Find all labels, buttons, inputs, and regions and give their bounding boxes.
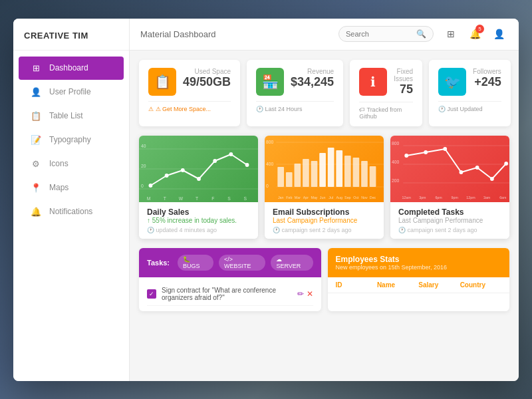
daily-sales-sub: ↑ 55% increase in today sales. [147,217,250,224]
svg-text:20: 20 [141,163,146,168]
svg-rect-32 [328,148,334,187]
sidebar-label-table-list: Table List [49,111,83,120]
stat-cards-row: 📋 Used Space 49/50GB ⚠ ⚠ Get More Space.… [139,60,509,126]
sidebar-item-maps[interactable]: 📍 Maps [19,176,124,200]
stat-card-top-2: ℹ Fixed Issues 75 [359,68,413,96]
svg-text:Nov: Nov [361,195,368,199]
svg-text:Sep: Sep [344,195,350,199]
svg-rect-35 [353,158,360,187]
stat-value-1: $34,245 [291,75,334,89]
content-area: 📋 Used Space 49/50GB ⚠ ⚠ Get More Space.… [130,51,519,381]
svg-rect-28 [295,164,301,187]
svg-point-12 [245,163,249,167]
topbar-icons: ⊞ 🔔 5 👤 [442,25,508,43]
tasks-header: Tasks: 🐛 BUGS </> WEBSITE ☁ SERVER [139,248,321,277]
svg-text:400: 400 [266,161,273,166]
emp-col-country: Country [460,281,501,289]
notification-badge: 5 [475,25,484,33]
svg-text:40: 40 [141,143,146,148]
svg-text:3pm: 3pm [419,195,426,199]
svg-text:0: 0 [266,183,269,188]
task-actions: ✏ ✕ [297,289,313,299]
stat-value-3: +245 [473,75,501,89]
svg-text:3am: 3am [483,195,491,199]
notification-button[interactable]: 🔔 5 [466,25,484,43]
task-checkbox[interactable]: ✓ [147,289,156,299]
svg-text:M: M [147,196,151,200]
task-edit-button[interactable]: ✏ [297,289,304,299]
green-line-chart: 40 20 0 [139,136,258,202]
svg-rect-29 [303,159,309,187]
svg-point-11 [229,152,233,156]
orange-bar-chart: 800 400 0 [265,136,384,202]
svg-rect-31 [319,153,326,187]
sidebar-icon-table-list: 📋 [29,111,43,121]
daily-sales-title: Daily Sales [147,207,250,217]
sidebar-nav: ⊞ Dashboard👤 User Profile📋 Table List📝 T… [13,51,129,381]
sidebar-label-typography: Typography [49,135,91,144]
sidebar-item-icons[interactable]: ⚙ Icons [19,152,124,176]
svg-text:T: T [196,196,199,200]
task-delete-button[interactable]: ✕ [307,289,313,299]
search-box[interactable]: 🔍 [338,26,434,42]
svg-text:May: May [311,195,317,199]
svg-point-59 [460,170,464,174]
email-sub-time: 🕐 campaign sent 2 days ago [273,227,376,233]
svg-text:12pm: 12pm [466,195,475,199]
employees-sub: New employees on 15th September, 2016 [336,264,502,271]
stat-info-1: Revenue $34,245 [291,68,334,89]
sidebar-icon-user-profile: 👤 [29,87,43,97]
stat-label-3: Followers [473,68,501,75]
sidebar-item-notifications[interactable]: 🔔 Notifications [19,200,124,223]
svg-rect-34 [344,156,351,187]
sidebar-label-notifications: Notifications [49,207,92,216]
svg-rect-36 [361,161,368,187]
sidebar-item-user-profile[interactable]: 👤 User Profile [19,80,124,104]
website-tag[interactable]: </> WEBSITE [219,255,265,271]
svg-point-62 [504,162,508,166]
red-line-chart: 800 400 200 [390,136,509,202]
emp-col-salary: Salary [418,281,460,289]
stat-card-top-3: 🐦 Followers +245 [438,68,501,96]
user-menu-button[interactable]: 👤 [489,25,508,43]
bugs-tag[interactable]: 🐛 BUGS [178,255,213,271]
sidebar-item-table-list[interactable]: 📋 Table List [19,104,124,128]
completed-tasks-sub: Last Campaign Performance [398,217,501,224]
stat-card-2: ℹ Fixed Issues 75 🏷 Tracked from Github [350,60,422,126]
svg-rect-37 [370,166,376,187]
email-sub-title: Email Subscriptions [273,207,376,217]
sidebar-icon-dashboard: ⊞ [29,63,43,73]
svg-text:Jun: Jun [320,195,326,199]
emp-col-name: Name [377,281,418,289]
svg-text:6am: 6am [499,195,507,199]
completed-tasks-footer: Completed Tasks Last Campaign Performanc… [390,202,509,239]
svg-rect-26 [277,167,284,187]
stat-footer-text-0: ⚠ ⚠ Get More Space... [148,106,211,112]
svg-point-6 [149,184,153,188]
stat-label-1: Revenue [291,68,334,75]
stat-footer-2: 🏷 Tracked from Github [359,102,413,120]
svg-text:400: 400 [392,159,399,164]
svg-text:S: S [243,196,247,200]
sidebar-icon-notifications: 🔔 [29,207,43,217]
sidebar-icon-maps: 📍 [29,183,43,193]
server-tag[interactable]: ☁ SERVER [271,255,313,271]
svg-text:F: F [211,196,214,200]
sidebar-item-dashboard[interactable]: ⊞ Dashboard [19,57,124,80]
sidebar-item-typography[interactable]: 📝 Typography [19,128,124,152]
svg-text:W: W [179,196,184,200]
stat-icon-0: 📋 [148,68,176,96]
stat-label-0: Used Space [183,68,231,75]
grid-view-button[interactable]: ⊞ [442,25,460,43]
svg-text:T: T [164,196,167,200]
svg-text:6pm: 6pm [435,195,442,199]
daily-sales-time: 🕐 updated 4 minutes ago [147,227,250,233]
svg-text:Oct: Oct [353,195,359,199]
sidebar-icon-icons: ⚙ [29,159,43,169]
svg-rect-30 [311,161,318,187]
task-item: ✓ Sign contract for "What are conference… [147,283,313,306]
svg-point-58 [443,147,447,151]
search-input[interactable] [346,30,412,38]
completed-tasks-chart-card: 800 400 200 [390,136,509,239]
emp-col-id: ID [336,281,377,289]
